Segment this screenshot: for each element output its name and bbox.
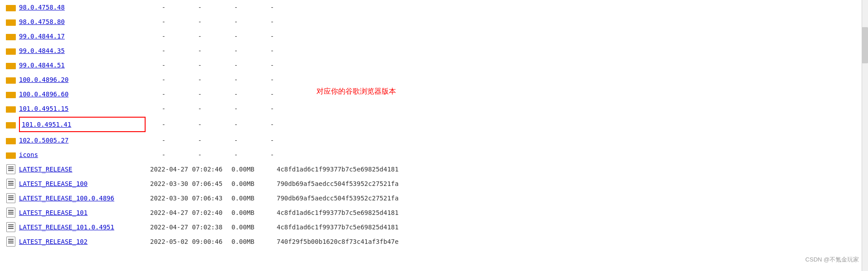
- file-date: 2022-03-30 07:06:43: [146, 192, 227, 204]
- dash-placeholder: -: [254, 73, 290, 86]
- file-hash: 4c8fd1ad6c1f99377b7c5e69825d4181: [268, 163, 399, 176]
- file-name-link[interactable]: LATEST_RELEASE_100.0.4896: [19, 192, 146, 204]
- dash-placeholder: -: [254, 88, 290, 100]
- document-icon: [5, 193, 17, 203]
- file-name-link[interactable]: icons: [19, 148, 146, 161]
- dash-placeholder: -: [218, 30, 254, 43]
- file-hash: 790db69af5aedcc504f53952c27521fa: [268, 192, 399, 204]
- dash-placeholder: -: [218, 59, 254, 71]
- dash-placeholder: -: [146, 73, 182, 86]
- file-hash: 740f29f5b00b1620c8f73c41af3fb47e: [268, 235, 399, 248]
- scrollbar[interactable]: [862, 0, 868, 271]
- file-size: 0.00MB: [227, 192, 268, 204]
- dash-placeholder: -: [146, 118, 182, 131]
- dash-placeholder: -: [146, 88, 182, 100]
- file-name-link[interactable]: 102.0.5005.27: [19, 134, 146, 147]
- file-name-link[interactable]: 99.0.4844.51: [19, 59, 146, 71]
- document-icon: [5, 179, 17, 189]
- table-row: icons----: [0, 147, 868, 162]
- file-name-link[interactable]: 101.0.4951.15: [19, 102, 146, 115]
- table-row: 99.0.4844.51----: [0, 58, 868, 72]
- main-container: 98.0.4758.48----98.0.4758.80----99.0.484…: [0, 0, 868, 271]
- dash-placeholder: -: [182, 148, 218, 161]
- folder-icon: [5, 18, 17, 26]
- dash-placeholder: -: [254, 102, 290, 115]
- file-name-link[interactable]: LATEST_RELEASE_102: [19, 235, 146, 248]
- dash-placeholder: -: [218, 118, 254, 131]
- dash-placeholder: -: [254, 30, 290, 43]
- table-row: LATEST_RELEASE_101.0.49512022-04-27 07:0…: [0, 220, 868, 234]
- file-date: 2022-05-02 09:00:46: [146, 235, 227, 248]
- folder-icon: [5, 61, 17, 69]
- dash-placeholder: -: [218, 88, 254, 100]
- file-name-link[interactable]: 98.0.4758.80: [19, 15, 146, 28]
- dash-placeholder: -: [182, 134, 218, 147]
- folder-icon: [5, 90, 17, 98]
- file-size: 0.00MB: [227, 163, 268, 176]
- table-row: LATEST_RELEASE_1012022-04-27 07:02:400.0…: [0, 205, 868, 220]
- file-date: 2022-03-30 07:06:45: [146, 177, 227, 190]
- file-name-link[interactable]: 99.0.4844.17: [19, 30, 146, 43]
- file-name-link[interactable]: 98.0.4758.48: [19, 1, 146, 14]
- folder-icon: [5, 32, 17, 40]
- table-row: LATEST_RELEASE_100.0.48962022-03-30 07:0…: [0, 191, 868, 205]
- table-row: 99.0.4844.17----: [0, 29, 868, 43]
- table-row: 102.0.5005.27----: [0, 133, 868, 147]
- dash-placeholder: -: [182, 88, 218, 100]
- file-list: 98.0.4758.48----98.0.4758.80----99.0.484…: [0, 0, 868, 249]
- dash-placeholder: -: [254, 134, 290, 147]
- dash-placeholder: -: [218, 1, 254, 14]
- folder-icon: [5, 120, 17, 128]
- dash-placeholder: -: [218, 148, 254, 161]
- file-name-link[interactable]: LATEST_RELEASE: [19, 163, 146, 176]
- table-row: 98.0.4758.80----: [0, 14, 868, 29]
- folder-icon: [5, 105, 17, 113]
- dash-placeholder: -: [146, 1, 182, 14]
- file-name-link[interactable]: 100.0.4896.20: [19, 73, 146, 86]
- dash-placeholder: -: [254, 118, 290, 131]
- dash-placeholder: -: [182, 102, 218, 115]
- table-row: LATEST_RELEASE_1022022-05-02 09:00:460.0…: [0, 234, 868, 249]
- file-hash: 790db69af5aedcc504f53952c27521fa: [268, 177, 399, 190]
- document-icon: [5, 237, 17, 247]
- dash-placeholder: -: [146, 15, 182, 28]
- dash-placeholder: -: [182, 118, 218, 131]
- table-row: LATEST_RELEASE_1002022-03-30 07:06:450.0…: [0, 176, 868, 191]
- dash-placeholder: -: [182, 15, 218, 28]
- file-name-link[interactable]: LATEST_RELEASE_100: [19, 177, 146, 190]
- dash-placeholder: -: [146, 30, 182, 43]
- dash-placeholder: -: [254, 44, 290, 57]
- dash-placeholder: -: [146, 44, 182, 57]
- folder-icon: [5, 47, 17, 55]
- dash-placeholder: -: [218, 15, 254, 28]
- dash-placeholder: -: [254, 59, 290, 71]
- table-row: 101.0.4951.41----: [0, 116, 868, 133]
- file-name-link[interactable]: 99.0.4844.35: [19, 44, 146, 57]
- dash-placeholder: -: [182, 59, 218, 71]
- dash-placeholder: -: [146, 59, 182, 71]
- dash-placeholder: -: [218, 73, 254, 86]
- file-size: 0.00MB: [227, 177, 268, 190]
- table-row: 100.0.4896.60----: [0, 87, 868, 101]
- file-hash: 4c8fd1ad6c1f99377b7c5e69825d4181: [268, 221, 399, 233]
- file-name-link[interactable]: LATEST_RELEASE_101.0.4951: [19, 221, 146, 233]
- dash-placeholder: -: [182, 44, 218, 57]
- dash-placeholder: -: [254, 1, 290, 14]
- dash-placeholder: -: [182, 73, 218, 86]
- dash-placeholder: -: [182, 30, 218, 43]
- folder-icon: [5, 76, 17, 84]
- dash-placeholder: -: [182, 1, 218, 14]
- scrollbar-thumb[interactable]: [862, 27, 868, 63]
- file-date: 2022-04-27 07:02:40: [146, 206, 227, 219]
- table-row: 98.0.4758.48----: [0, 0, 868, 14]
- dash-placeholder: -: [146, 102, 182, 115]
- table-row: 101.0.4951.15----: [0, 101, 868, 116]
- file-name-link[interactable]: LATEST_RELEASE_101: [19, 206, 146, 219]
- file-name-link[interactable]: 100.0.4896.60: [19, 88, 146, 100]
- file-hash: 4c8fd1ad6c1f99377b7c5e69825d4181: [268, 206, 399, 219]
- file-size: 0.00MB: [227, 206, 268, 219]
- file-name-link[interactable]: 101.0.4951.41: [19, 117, 146, 132]
- file-size: 0.00MB: [227, 221, 268, 233]
- document-icon: [5, 164, 17, 174]
- dash-placeholder: -: [254, 148, 290, 161]
